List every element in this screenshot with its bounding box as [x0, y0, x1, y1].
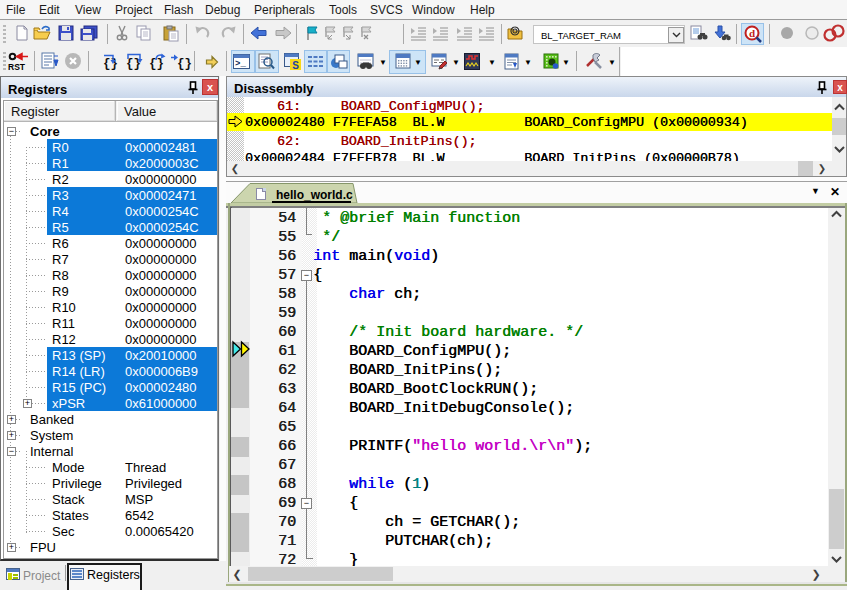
- svg-text:S: S: [292, 60, 299, 71]
- svg-text:d: d: [749, 27, 755, 39]
- svg-text:{}: {}: [177, 57, 192, 71]
- svg-text:{}: {}: [103, 57, 118, 71]
- svg-text:RST: RST: [8, 62, 26, 72]
- svg-text:>_: >_: [235, 59, 246, 69]
